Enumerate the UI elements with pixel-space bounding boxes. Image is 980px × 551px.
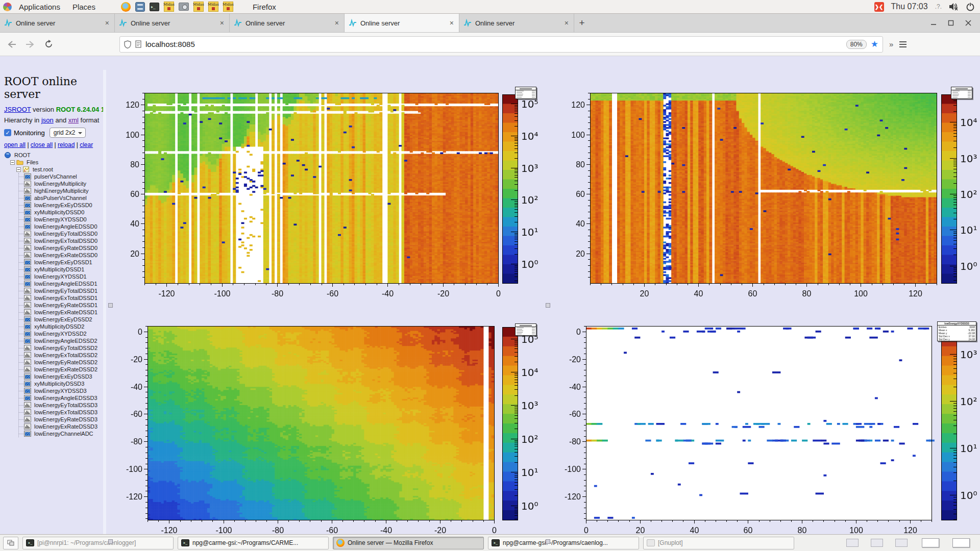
tree-item-lowEnergyXYDSSD1[interactable]: lowEnergyXYDSSD1	[19, 273, 103, 280]
overflow-chevrons-icon[interactable]: »	[889, 40, 893, 48]
open-all-link[interactable]: open all	[4, 141, 26, 148]
applications-menu[interactable]: Applications	[14, 2, 65, 12]
tab-close-icon[interactable]: ×	[449, 19, 455, 27]
tree-item-lowEnergyEyTotalDSSD1[interactable]: lowEnergyEyTotalDSSD1	[19, 287, 103, 294]
taskbar-button[interactable]: Online server — Mozilla Firefox	[333, 537, 484, 549]
tree-item-lowEnergyEyRateDSSD1[interactable]: lowEnergyEyRateDSSD1	[19, 302, 103, 309]
tree-item-highEnergyMultiplicity[interactable]: highEnergyMultiplicity	[19, 187, 103, 194]
tab-online-server-5[interactable]: Online server ×	[459, 14, 574, 32]
grid-resize-handle[interactable]	[108, 303, 113, 308]
zoom-level-badge[interactable]: 80%	[846, 40, 867, 49]
new-tab-button[interactable]: +	[574, 14, 590, 32]
taskbar-button[interactable]: [Gnuplot]	[643, 537, 794, 549]
midas-launcher-icon[interactable]: Midas	[208, 2, 218, 12]
grid-layout-select[interactable]: grid 2x2	[50, 128, 86, 138]
tree-item-test-root[interactable]: test.root	[16, 166, 103, 173]
tree-item-lowEnergyEyRateDSSD2[interactable]: lowEnergyEyRateDSSD2	[19, 359, 103, 366]
places-menu[interactable]: Places	[67, 2, 101, 12]
collapse-icon[interactable]	[10, 160, 15, 165]
tree-item-absPulserVsChannel[interactable]: absPulserVsChannel	[19, 194, 103, 202]
distro-logo-icon[interactable]	[3, 3, 12, 11]
close-all-link[interactable]: close all	[31, 141, 53, 148]
window-preview[interactable]	[952, 538, 970, 547]
taskbar-button[interactable]: ▸_npg@carme-gsi:~/Programs/caenlog...	[488, 537, 639, 549]
clock[interactable]: Thu 07:03	[891, 2, 928, 11]
tree-item-lowEnergyEyTotalDSSD0[interactable]: lowEnergyEyTotalDSSD0	[19, 230, 103, 237]
show-desktop-button[interactable]	[3, 537, 18, 549]
input-method-icon[interactable]: .?.	[935, 3, 942, 10]
volume-muted-icon[interactable]	[949, 3, 959, 11]
tree-item-lowEnergyAngleEDSSD3[interactable]: lowEnergyAngleEDSSD3	[19, 394, 103, 402]
jsroot-link[interactable]: JSROOT	[4, 106, 31, 113]
forward-button[interactable]	[22, 37, 38, 52]
screenshot-icon[interactable]	[179, 3, 189, 11]
grid-resize-handle[interactable]	[108, 539, 113, 544]
tab-online-server-4-active[interactable]: Online server ×	[345, 14, 459, 32]
tree-item-lowEnergyExEyDSSD1[interactable]: lowEnergyExEyDSSD1	[19, 259, 103, 266]
tree-item-lowEnergyEyRateDSSD0[interactable]: lowEnergyEyRateDSSD0	[19, 244, 103, 252]
taskbar-button[interactable]: ▸_[pi@nnrpi1: ~/Programs/caenlogger]	[22, 537, 174, 549]
tree-item-lowEnergyExRateDSSD1[interactable]: lowEnergyExRateDSSD1	[19, 309, 103, 316]
tab-close-icon[interactable]: ×	[219, 19, 225, 27]
page-info-icon[interactable]	[135, 40, 141, 48]
tab-close-icon[interactable]: ×	[104, 19, 110, 27]
tree-item-lowEnergyExRateDSSD3[interactable]: lowEnergyExRateDSSD3	[19, 423, 103, 430]
tree-item-lowEnergyExRateDSSD2[interactable]: lowEnergyExRateDSSD2	[19, 366, 103, 373]
file-manager-icon[interactable]	[135, 2, 145, 12]
workspace-cell[interactable]	[846, 539, 859, 547]
tab-online-server-3[interactable]: Online server ×	[230, 14, 345, 32]
tree-item-lowEnergyMultiplicity[interactable]: lowEnergyMultiplicity	[19, 180, 103, 187]
clear-link[interactable]: clear	[80, 141, 93, 148]
url-text[interactable]: localhost:8085	[145, 40, 842, 48]
tree-item-xyMultiplicityDSSD2[interactable]: xyMultiplicityDSSD2	[19, 323, 103, 330]
midas-launcher-icon[interactable]: Midas	[164, 2, 174, 12]
workspace-cell[interactable]	[871, 539, 883, 547]
tree-item-pulserVsChannel[interactable]: pulserVsChannel	[19, 173, 103, 180]
collapse-icon[interactable]	[16, 167, 21, 172]
tree-item-lowEnergyChannelADC[interactable]: lowEnergyChannelADC	[19, 430, 103, 437]
tree-item-lowEnergyXYDSSD2[interactable]: lowEnergyXYDSSD2	[19, 330, 103, 337]
grid-resize-handle[interactable]	[546, 539, 550, 544]
midas-launcher-icon[interactable]: Midas	[193, 2, 204, 12]
tab-online-server-2[interactable]: Online server ×	[115, 14, 230, 32]
tree-item-lowEnergyAngleEDSSD1[interactable]: lowEnergyAngleEDSSD1	[19, 280, 103, 287]
tree-item-xyMultiplicityDSSD0[interactable]: xyMultiplicityDSSD0	[19, 209, 103, 216]
terminal-icon[interactable]: ▸_	[150, 3, 159, 11]
tree-item-lowEnergyXYDSSD0[interactable]: lowEnergyXYDSSD0	[19, 216, 103, 223]
histogram-canvas-grid-2x2[interactable]	[106, 70, 980, 548]
menu-hamburger-icon[interactable]	[899, 40, 906, 49]
tree-item-lowEnergyEyTotalDSSD3[interactable]: lowEnergyEyTotalDSSD3	[19, 402, 103, 409]
close-window-button[interactable]	[962, 17, 975, 29]
reload-button[interactable]	[41, 37, 56, 52]
notification-icon[interactable]: ❯❮	[874, 2, 884, 12]
tree-item-lowEnergyExEyDSSD3[interactable]: lowEnergyExEyDSSD3	[19, 373, 103, 380]
tree-item-lowEnergyExEyDSSD2[interactable]: lowEnergyExEyDSSD2	[19, 316, 103, 323]
grid-resize-handle[interactable]	[546, 303, 550, 308]
minimize-button[interactable]	[927, 17, 940, 29]
tab-close-icon[interactable]: ×	[564, 19, 570, 27]
tree-item-lowEnergyEyRateDSSD3[interactable]: lowEnergyEyRateDSSD3	[19, 416, 103, 423]
tree-item-lowEnergyExTotalDSSD2[interactable]: lowEnergyExTotalDSSD2	[19, 352, 103, 359]
power-icon[interactable]	[966, 2, 975, 11]
tree-item-xyMultiplicityDSSD3[interactable]: xyMultiplicityDSSD3	[19, 380, 103, 387]
tree-item-lowEnergyExTotalDSSD1[interactable]: lowEnergyExTotalDSSD1	[19, 294, 103, 302]
firefox-launcher-icon[interactable]	[121, 2, 131, 12]
workspace-cell[interactable]	[895, 539, 908, 547]
json-link[interactable]: json	[41, 116, 54, 124]
taskbar-button[interactable]: ▸_npg@carme-gsi:~/Programs/CARME...	[178, 537, 329, 549]
tree-item-files[interactable]: Files	[10, 159, 103, 166]
midas-launcher-icon[interactable]: Midas	[223, 2, 233, 12]
maximize-button[interactable]	[944, 17, 958, 29]
tree-item-lowEnergyExTotalDSSD0[interactable]: lowEnergyExTotalDSSD0	[19, 237, 103, 244]
reload-link[interactable]: reload	[58, 141, 75, 148]
tab-close-icon[interactable]: ×	[334, 19, 340, 27]
tree-item-lowEnergyAngleEDSSD2[interactable]: lowEnergyAngleEDSSD2	[19, 337, 103, 344]
tree-item-root[interactable]: ROOT	[4, 152, 103, 159]
back-button[interactable]	[4, 37, 19, 52]
tree-item-lowEnergyAngleEDSSD0[interactable]: lowEnergyAngleEDSSD0	[19, 223, 103, 230]
url-bar[interactable]: localhost:8085 80% ★	[119, 36, 883, 53]
monitoring-checkbox[interactable]: ✓	[4, 129, 11, 136]
tree-item-lowEnergyEyTotalDSSD2[interactable]: lowEnergyEyTotalDSSD2	[19, 344, 103, 352]
tree-item-xyMultiplicityDSSD1[interactable]: xyMultiplicityDSSD1	[19, 266, 103, 273]
bookmark-star-icon[interactable]: ★	[871, 39, 878, 49]
